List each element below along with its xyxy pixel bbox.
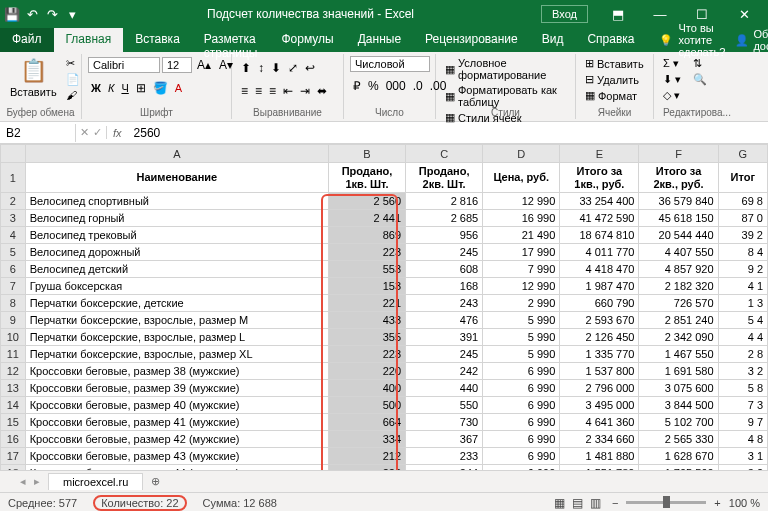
cell[interactable]: 334 bbox=[328, 431, 405, 448]
cell[interactable]: 3 2 bbox=[718, 465, 767, 471]
italic-button[interactable]: К bbox=[105, 79, 117, 97]
align-left[interactable]: ≡ bbox=[238, 82, 251, 100]
cell[interactable]: 730 bbox=[406, 414, 483, 431]
cell[interactable]: 5 4 bbox=[718, 312, 767, 329]
cell[interactable]: Велосипед детский bbox=[25, 261, 328, 278]
tab-nav-next[interactable]: ▸ bbox=[34, 475, 40, 488]
sort-filter-button[interactable]: ⇅ bbox=[690, 56, 710, 71]
font-size-select[interactable]: 12 bbox=[162, 57, 192, 73]
tab-formulas[interactable]: Формулы bbox=[269, 28, 345, 52]
font-color-button[interactable]: A bbox=[172, 79, 185, 97]
cell[interactable]: 33 254 400 bbox=[560, 193, 639, 210]
align-bottom[interactable]: ⬇ bbox=[268, 59, 284, 77]
row-header[interactable]: 6 bbox=[1, 261, 26, 278]
cell[interactable]: 233 bbox=[406, 448, 483, 465]
worksheet[interactable]: ABCDEFG1НаименованиеПродано, 1кв. Шт.Про… bbox=[0, 144, 768, 470]
cell[interactable]: 8 4 bbox=[718, 244, 767, 261]
underline-button[interactable]: Ч bbox=[118, 79, 131, 97]
cell[interactable]: 4 641 360 bbox=[560, 414, 639, 431]
delete-cell-button[interactable]: ⊟ Удалить bbox=[582, 72, 647, 87]
cell[interactable]: 4 857 920 bbox=[639, 261, 718, 278]
cell[interactable]: 1 537 800 bbox=[560, 363, 639, 380]
cell[interactable]: 553 bbox=[328, 261, 405, 278]
col-header[interactable]: G bbox=[718, 145, 767, 163]
cell[interactable]: Перчатки боксерские, взрослые, размер XL bbox=[25, 346, 328, 363]
tab-view[interactable]: Вид bbox=[530, 28, 576, 52]
col-header[interactable]: C bbox=[406, 145, 483, 163]
header-cell[interactable]: Итого за 1кв., руб. bbox=[560, 163, 639, 193]
cell[interactable]: 21 490 bbox=[483, 227, 560, 244]
col-header[interactable]: B bbox=[328, 145, 405, 163]
header-cell[interactable]: Наименование bbox=[25, 163, 328, 193]
cell[interactable]: 367 bbox=[406, 431, 483, 448]
formula-input[interactable]: 2560 bbox=[128, 124, 768, 142]
cell[interactable]: 6 990 bbox=[483, 431, 560, 448]
cell[interactable]: 45 618 150 bbox=[639, 210, 718, 227]
cell[interactable]: 6 990 bbox=[483, 363, 560, 380]
login-button[interactable]: Вход bbox=[541, 5, 588, 23]
col-header[interactable]: D bbox=[483, 145, 560, 163]
cell[interactable]: 1 705 560 bbox=[639, 465, 718, 471]
cell[interactable]: 243 bbox=[406, 295, 483, 312]
cell[interactable]: 2 8 bbox=[718, 346, 767, 363]
cell[interactable]: 69 8 bbox=[718, 193, 767, 210]
cell[interactable]: 3 075 600 bbox=[639, 380, 718, 397]
autosum-button[interactable]: Σ ▾ bbox=[660, 56, 684, 71]
cell[interactable]: 242 bbox=[406, 363, 483, 380]
col-header[interactable]: A bbox=[25, 145, 328, 163]
cell[interactable]: 9 7 bbox=[718, 414, 767, 431]
row-header[interactable]: 18 bbox=[1, 465, 26, 471]
cell[interactable]: Перчатки боксерские, взрослые, размер L bbox=[25, 329, 328, 346]
tab-home[interactable]: Главная bbox=[54, 28, 124, 52]
cell[interactable]: 2 593 670 bbox=[560, 312, 639, 329]
cond-format-button[interactable]: ▦ Условное форматирование bbox=[442, 56, 569, 82]
cell[interactable]: Кроссовки беговые, размер 44 (мужские) bbox=[25, 465, 328, 471]
cell[interactable]: 1 628 670 bbox=[639, 448, 718, 465]
cell[interactable]: 355 bbox=[328, 329, 405, 346]
cell[interactable]: 1 691 580 bbox=[639, 363, 718, 380]
row-header[interactable]: 11 bbox=[1, 346, 26, 363]
cell[interactable]: 2 796 000 bbox=[560, 380, 639, 397]
row-header[interactable]: 14 bbox=[1, 397, 26, 414]
cell[interactable]: 5 990 bbox=[483, 329, 560, 346]
cell[interactable]: 608 bbox=[406, 261, 483, 278]
cell[interactable]: 4 407 550 bbox=[639, 244, 718, 261]
cell[interactable]: 2 851 240 bbox=[639, 312, 718, 329]
cell[interactable]: 4 418 470 bbox=[560, 261, 639, 278]
header-cell[interactable]: Итог bbox=[718, 163, 767, 193]
cell[interactable]: Велосипед дорожный bbox=[25, 244, 328, 261]
increase-font-button[interactable]: A▴ bbox=[194, 56, 214, 74]
cell[interactable]: 500 bbox=[328, 397, 405, 414]
format-cell-button[interactable]: ▦ Формат bbox=[582, 88, 647, 103]
format-painter-button[interactable]: 🖌 bbox=[63, 88, 83, 102]
row-header[interactable]: 1 bbox=[1, 163, 26, 193]
row-header[interactable]: 2 bbox=[1, 193, 26, 210]
zoom-slider[interactable] bbox=[626, 501, 706, 504]
cell[interactable]: 20 544 440 bbox=[639, 227, 718, 244]
cell[interactable]: Велосипед спортивный bbox=[25, 193, 328, 210]
align-right[interactable]: ≡ bbox=[266, 82, 279, 100]
cell[interactable]: 17 990 bbox=[483, 244, 560, 261]
cell[interactable]: 660 790 bbox=[560, 295, 639, 312]
cell[interactable]: 6 990 bbox=[483, 465, 560, 471]
indent-dec[interactable]: ⇤ bbox=[280, 82, 296, 100]
cell[interactable]: 6 990 bbox=[483, 397, 560, 414]
cell[interactable]: 1 551 780 bbox=[560, 465, 639, 471]
row-header[interactable]: 17 bbox=[1, 448, 26, 465]
tab-help[interactable]: Справка bbox=[575, 28, 646, 52]
fill-color-button[interactable]: 🪣 bbox=[150, 79, 171, 97]
row-header[interactable]: 8 bbox=[1, 295, 26, 312]
cell[interactable]: 1 467 550 bbox=[639, 346, 718, 363]
cell[interactable]: 2 560 bbox=[328, 193, 405, 210]
autosave-icon[interactable]: 💾 bbox=[4, 6, 20, 22]
cell[interactable]: 1 481 880 bbox=[560, 448, 639, 465]
cell[interactable]: 4 1 bbox=[718, 278, 767, 295]
cell[interactable]: 245 bbox=[406, 244, 483, 261]
row-header[interactable]: 3 bbox=[1, 210, 26, 227]
copy-button[interactable]: 📄 bbox=[63, 72, 83, 87]
share-button[interactable]: 👤Общий доступ bbox=[725, 28, 768, 52]
cell[interactable]: 12 990 bbox=[483, 278, 560, 295]
find-button[interactable]: 🔍 bbox=[690, 72, 710, 87]
cell[interactable]: Перчатки боксерские, взрослые, размер M bbox=[25, 312, 328, 329]
enter-formula[interactable]: ✓ bbox=[93, 126, 102, 139]
